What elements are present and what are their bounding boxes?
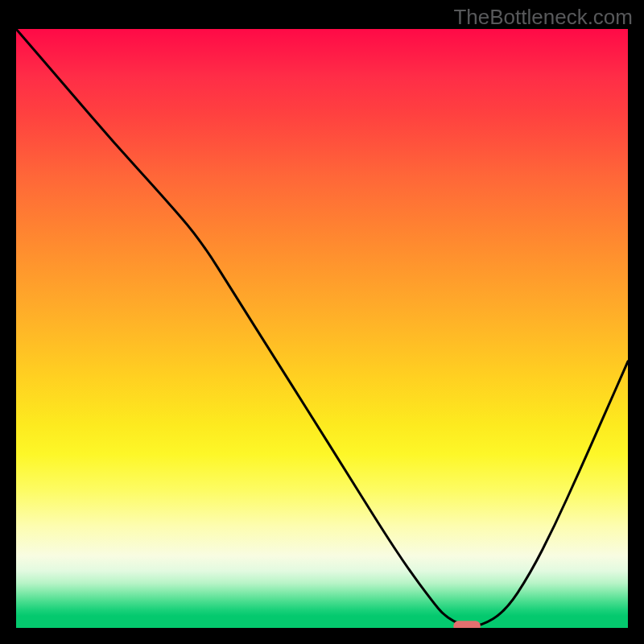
bottleneck-curve [16, 29, 628, 626]
plot-svg [16, 29, 628, 628]
plot-area [16, 29, 628, 628]
chart-frame: TheBottleneck.com [0, 0, 644, 644]
optimal-point-marker [453, 621, 480, 628]
watermark-text: TheBottleneck.com [453, 5, 633, 30]
